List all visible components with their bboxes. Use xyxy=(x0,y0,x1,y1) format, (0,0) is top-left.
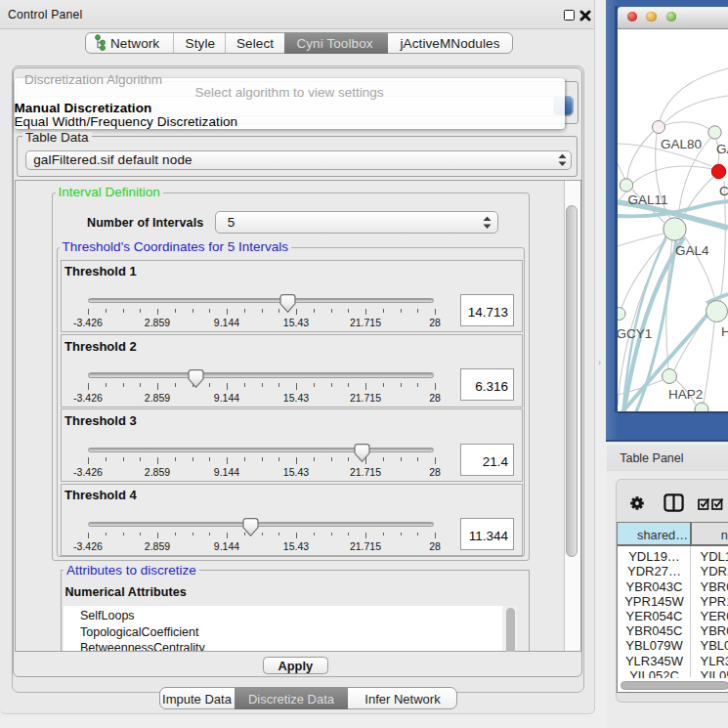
svg-text:C: C xyxy=(719,184,728,198)
svg-text:HAP2: HAP2 xyxy=(668,387,703,402)
svg-text:GAL4: GAL4 xyxy=(675,243,709,258)
svg-text:GAL80: GAL80 xyxy=(661,137,702,151)
svg-text:GA: GA xyxy=(716,142,728,156)
svg-text:GAL11: GAL11 xyxy=(628,193,668,207)
svg-text:GCY1: GCY1 xyxy=(618,326,652,341)
svg-text:H: H xyxy=(721,324,728,339)
